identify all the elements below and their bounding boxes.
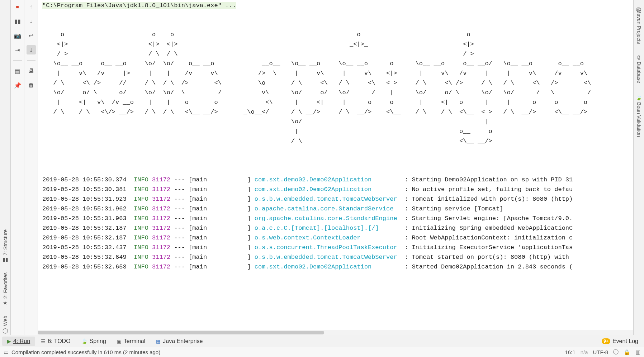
bean-validation-tab[interactable]: 🍃Bean Validation bbox=[635, 93, 643, 138]
web-tab[interactable]: ◯Web bbox=[2, 314, 9, 335]
play-icon: ▶ bbox=[7, 338, 11, 344]
java-ee-tab[interactable]: ▦Java Enterprise bbox=[151, 337, 208, 346]
terminal-tab[interactable]: ▣Terminal bbox=[112, 337, 150, 346]
log-line: 2019-05-28 10:55:30.381 INFO 31172 --- [… bbox=[42, 186, 573, 193]
log-line: 2019-05-28 10:55:31.962 INFO 31172 --- [… bbox=[42, 205, 503, 212]
database-icon: 🛢 bbox=[636, 55, 642, 60]
caret-position[interactable]: 16:1 bbox=[565, 349, 575, 355]
command-line: "C:\Program Files\Java\jdk1.8.0_101\bin\… bbox=[42, 2, 236, 9]
dump-threads-button[interactable]: 📷 bbox=[13, 31, 22, 40]
stop-button[interactable]: ■ bbox=[13, 2, 22, 11]
soft-wrap-button[interactable]: ↩ bbox=[27, 31, 36, 40]
pin-button[interactable]: 📌 bbox=[13, 81, 22, 90]
run-toolbar: ■ ▮▮ 📷 ⇥ ▤ 📌 bbox=[11, 0, 24, 335]
up-stack-button[interactable]: ↑ bbox=[27, 2, 36, 11]
bottom-tool-tabs: ▶4: Run ☰6: TODO 🍃Spring ▣Terminal ▦Java… bbox=[0, 335, 644, 347]
maven-icon: ⓜ bbox=[636, 3, 642, 8]
status-icon[interactable]: ▭ bbox=[4, 349, 9, 356]
log-line: 2019-05-28 10:55:32.653 INFO 31172 --- [… bbox=[42, 263, 573, 270]
structure-tab[interactable]: ▮▮7: Structure bbox=[2, 228, 9, 264]
list-icon: ☰ bbox=[41, 338, 46, 344]
left-tool-stripe: ▮▮7: Structure ★2: Favorites ◯Web bbox=[0, 0, 11, 335]
log-line: 2019-05-28 10:55:32.187 INFO 31172 --- [… bbox=[42, 234, 573, 241]
bean-icon: 🍃 bbox=[636, 95, 642, 101]
spring-icon: 🍃 bbox=[81, 338, 87, 344]
todo-tab[interactable]: ☰6: TODO bbox=[36, 337, 75, 346]
event-count-badge: 9+ bbox=[602, 338, 610, 344]
memory-icon[interactable]: ▥ bbox=[635, 349, 640, 356]
maven-tab[interactable]: ⓜMaven Projects bbox=[635, 1, 643, 45]
structure-icon: ▮▮ bbox=[3, 257, 8, 262]
file-encoding[interactable]: UTF-8 bbox=[593, 349, 609, 355]
down-stack-button[interactable]: ↓ bbox=[27, 16, 36, 26]
status-message: Compilation completed successfully in 61… bbox=[11, 349, 160, 355]
database-tab[interactable]: 🛢Database bbox=[635, 54, 643, 85]
spring-tab[interactable]: 🍃Spring bbox=[76, 337, 111, 346]
log-line: 2019-05-28 10:55:30.374 INFO 31172 --- [… bbox=[42, 176, 573, 183]
console-wrapper: "C:\Program Files\Java\jdk1.8.0_101\bin\… bbox=[38, 0, 633, 335]
exit-button[interactable]: ⇥ bbox=[13, 45, 22, 54]
favorites-tab[interactable]: ★2: Favorites bbox=[2, 271, 9, 307]
log-line: 2019-05-28 10:55:31.923 INFO 31172 --- [… bbox=[42, 196, 573, 203]
scroll-end-button[interactable]: ⤓ bbox=[27, 45, 36, 54]
globe-icon: ◯ bbox=[3, 328, 8, 333]
console-output[interactable]: "C:\Program Files\Java\jdk1.8.0_101\bin\… bbox=[38, 0, 633, 330]
layout-button[interactable]: ▤ bbox=[13, 66, 22, 76]
clear-all-button[interactable]: 🗑 bbox=[27, 81, 36, 90]
horizontal-scrollbar[interactable] bbox=[38, 330, 633, 335]
log-line: 2019-05-28 10:55:32.437 INFO 31172 --- [… bbox=[42, 244, 573, 251]
log-line: 2019-05-28 10:55:31.963 INFO 31172 --- [… bbox=[42, 215, 573, 222]
log-line: 2019-05-28 10:55:32.187 INFO 31172 --- [… bbox=[42, 225, 573, 232]
java-ee-icon: ▦ bbox=[156, 338, 161, 344]
ascii-banner: o o o o o <|> <|> <|> _<| bbox=[42, 31, 591, 144]
pause-button[interactable]: ▮▮ bbox=[13, 16, 22, 26]
star-icon: ★ bbox=[3, 300, 8, 306]
print-button[interactable]: 🖶 bbox=[27, 66, 36, 76]
log-line: 2019-05-28 10:55:32.649 INFO 31172 --- [… bbox=[42, 254, 573, 261]
inspections-icon[interactable]: ⓘ bbox=[613, 349, 619, 356]
run-tab[interactable]: ▶4: Run bbox=[2, 337, 35, 346]
status-na: n/a bbox=[581, 349, 588, 355]
terminal-icon: ▣ bbox=[117, 338, 122, 344]
status-bar: ▭ Compilation completed successfully in … bbox=[0, 347, 644, 357]
lock-icon[interactable]: 🔒 bbox=[624, 349, 630, 356]
event-log-button[interactable]: 9+Event Log bbox=[598, 337, 642, 346]
scroll-thumb[interactable] bbox=[38, 331, 324, 334]
right-tool-stripe: ⓜMaven Projects 🛢Database 🍃Bean Validati… bbox=[633, 0, 644, 335]
console-toolbar: ↑ ↓ ↩ ⤓ 🖶 🗑 bbox=[24, 0, 38, 335]
